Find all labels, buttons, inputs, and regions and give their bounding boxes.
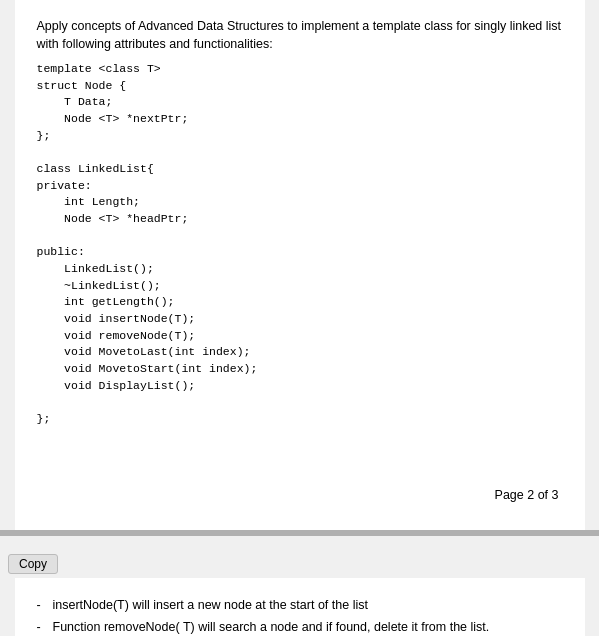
list-item: Function removeNode( T) will search a no… bbox=[37, 618, 563, 636]
lower-section: insertNode(T) will insert a new node at … bbox=[15, 578, 585, 636]
page-top: Apply concepts of Advanced Data Structur… bbox=[37, 18, 563, 428]
intro-text: Apply concepts of Advanced Data Structur… bbox=[37, 18, 563, 53]
list-item: insertNode(T) will insert a new node at … bbox=[37, 596, 563, 614]
code-block: template <class T> struct Node { T Data;… bbox=[37, 61, 563, 428]
copy-button[interactable]: Copy bbox=[8, 554, 58, 574]
page-container: Apply concepts of Advanced Data Structur… bbox=[0, 0, 599, 636]
spacer bbox=[0, 536, 599, 550]
bullet-list: insertNode(T) will insert a new node at … bbox=[37, 596, 563, 636]
document-page-top: Apply concepts of Advanced Data Structur… bbox=[15, 0, 585, 530]
page-number: Page 2 of 3 bbox=[37, 488, 563, 502]
copy-toolbar: Copy bbox=[0, 550, 599, 578]
